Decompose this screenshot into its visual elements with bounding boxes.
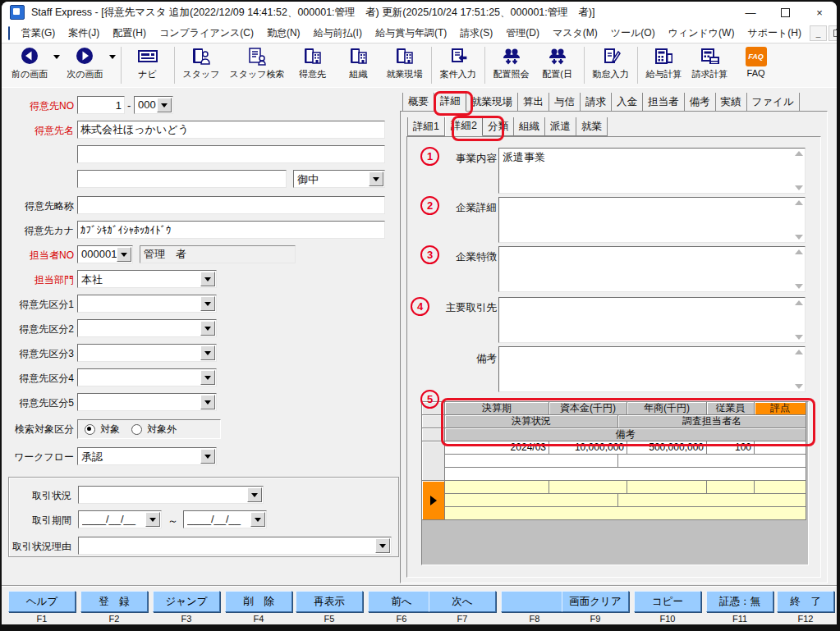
toolbar-assignment-day[interactable]: 配置(日 — [535, 43, 581, 87]
capital-cell[interactable]: 10,000,000 — [549, 441, 627, 455]
investigator-cell[interactable] — [618, 455, 806, 468]
clear-screen-button[interactable]: 画面クリア — [562, 591, 629, 612]
register-button[interactable]: 登 録 — [80, 591, 148, 612]
employees-cell[interactable] — [707, 481, 755, 494]
toolbar-attendance-entry[interactable]: 勤怠入力 — [588, 43, 634, 87]
remarks-cell[interactable] — [445, 468, 806, 481]
toolbar-payroll-calc[interactable]: 給与計算 — [641, 43, 687, 87]
category5-combobox[interactable] — [77, 393, 217, 411]
menu-attendance[interactable]: 勤怠(N) — [260, 26, 307, 40]
evidence-button[interactable]: 証憑：無 — [706, 591, 773, 612]
toolbar-worksite[interactable]: 就業現場 — [382, 43, 428, 87]
refresh-button[interactable]: 再表示 — [296, 591, 363, 612]
subtab-detail1[interactable]: 詳細1 — [407, 117, 445, 135]
category3-combobox[interactable] — [77, 344, 217, 362]
trade-status-combobox[interactable] — [78, 486, 264, 504]
subtab-organization[interactable]: 組織 — [514, 117, 545, 135]
toolbar-previous-screen[interactable]: 前の画面 — [7, 43, 53, 87]
category2-combobox[interactable] — [77, 319, 217, 337]
employees-cell[interactable]: 100 — [707, 441, 755, 455]
company-feature-textarea[interactable] — [498, 246, 806, 292]
tab-file[interactable]: ファイル — [747, 93, 800, 111]
active-row-selector-cell[interactable] — [422, 481, 445, 520]
mdi-minimize-button[interactable]: _ — [810, 25, 827, 41]
settlement-status-cell[interactable] — [445, 494, 618, 507]
dropdown-arrow-icon[interactable] — [157, 98, 172, 112]
menu-tools[interactable]: ツール(O) — [604, 26, 662, 40]
dropdown-arrow-icon[interactable] — [200, 296, 215, 311]
tab-overview[interactable]: 概要 — [402, 93, 434, 111]
scroll-up-icon[interactable] — [795, 200, 803, 205]
dropdown-arrow-icon[interactable] — [200, 321, 215, 336]
exit-button[interactable]: 終 了 — [777, 591, 834, 612]
category4-combobox[interactable] — [77, 368, 217, 386]
dropdown-arrow-icon[interactable] — [200, 345, 215, 360]
menu-compliance[interactable]: コンプライアンス(C) — [153, 26, 260, 40]
next-screen-dropdown-icon[interactable] — [109, 55, 116, 59]
toolbar-staff-search[interactable]: スタッフ検索 — [225, 43, 290, 87]
settlement-status-cell[interactable] — [445, 455, 618, 468]
branch-no-combobox[interactable]: 000 — [134, 96, 173, 114]
dropdown-arrow-icon[interactable] — [117, 247, 131, 262]
menu-payroll-bonus[interactable]: 給与賞与年調(T) — [369, 26, 453, 40]
toolbar-assignment-inquiry[interactable]: 配置照会 — [489, 43, 535, 87]
business-content-textarea[interactable]: 派遣事業 — [498, 148, 806, 194]
dropdown-arrow-icon[interactable] — [375, 538, 390, 553]
trade-period-to-combobox[interactable]: ____/__/__ — [183, 510, 267, 528]
jump-button[interactable]: ジャンプ — [153, 591, 220, 612]
settlement-period-cell[interactable] — [445, 481, 549, 494]
trade-period-from-combobox[interactable]: ____/__/__ — [78, 510, 162, 528]
dropdown-arrow-icon[interactable] — [200, 370, 215, 385]
next-button[interactable]: 次へ — [429, 591, 496, 612]
menu-master[interactable]: マスタ(M) — [546, 26, 604, 40]
target-radio[interactable] — [85, 424, 95, 435]
dropdown-arrow-icon[interactable] — [200, 395, 215, 409]
subtab-detail2[interactable]: 詳細2 — [445, 116, 483, 136]
main-clients-textarea[interactable] — [498, 297, 806, 343]
tab-detail[interactable]: 詳細 — [434, 91, 466, 112]
previous-button[interactable]: 前へ — [368, 591, 435, 612]
score-cell[interactable] — [755, 481, 806, 494]
tab-worksite[interactable]: 就業現場 — [466, 93, 518, 111]
client-no-input[interactable] — [77, 96, 125, 114]
toolbar-client[interactable]: 得意先 — [290, 43, 336, 87]
department-combobox[interactable]: 本社 — [77, 270, 217, 288]
close-button[interactable]: × — [802, 2, 837, 23]
f8-button[interactable] — [501, 591, 568, 612]
score-cell[interactable] — [755, 441, 806, 455]
dropdown-arrow-icon[interactable] — [247, 487, 262, 502]
dropdown-arrow-icon[interactable] — [369, 171, 383, 186]
manager-no-combobox[interactable]: 000001 — [77, 245, 133, 263]
workflow-combobox[interactable]: 承認 — [77, 447, 217, 465]
scroll-down-icon[interactable] — [795, 335, 803, 340]
tab-results[interactable]: 実績 — [716, 93, 747, 111]
delete-button[interactable]: 削 除 — [225, 591, 292, 612]
menu-management[interactable]: 管理(D) — [499, 26, 546, 40]
dropdown-arrow-icon[interactable] — [145, 512, 160, 527]
dropdown-arrow-icon[interactable] — [200, 449, 215, 464]
scroll-down-icon[interactable] — [795, 185, 803, 190]
company-detail-textarea[interactable] — [498, 197, 806, 243]
row-selector-cell[interactable] — [422, 441, 445, 481]
menu-salary-advance[interactable]: 給与前払(I) — [307, 26, 369, 40]
client-name3-input[interactable] — [77, 170, 287, 188]
annual-sales-cell[interactable] — [627, 481, 707, 494]
tab-calculation[interactable]: 算出 — [518, 93, 549, 111]
maximize-button[interactable] — [768, 2, 802, 23]
capital-cell[interactable] — [549, 481, 627, 494]
toolbar-faq[interactable]: FAQ FAQ — [733, 43, 779, 87]
toolbar-staff[interactable]: スタッフ — [178, 43, 225, 87]
menu-assignment[interactable]: 配置(H) — [106, 26, 153, 40]
menu-window[interactable]: ウィンドウ(W) — [662, 26, 741, 40]
toolbar-case-entry[interactable]: 案件入力 — [435, 43, 481, 87]
menu-sales[interactable]: 営業(G) — [15, 26, 62, 40]
tab-credit[interactable]: 与信 — [549, 93, 581, 111]
toolbar-billing-calc[interactable]: 請求計算 — [687, 43, 733, 87]
toolbar-next-screen[interactable]: 次の画面 — [62, 43, 108, 87]
client-name2-input[interactable] — [77, 145, 385, 163]
toolbar-organization[interactable]: 組織 — [336, 43, 382, 87]
scroll-down-icon[interactable] — [795, 384, 803, 389]
client-name-input[interactable] — [77, 121, 385, 139]
scroll-down-icon[interactable] — [795, 284, 803, 289]
scroll-down-icon[interactable] — [795, 235, 803, 240]
